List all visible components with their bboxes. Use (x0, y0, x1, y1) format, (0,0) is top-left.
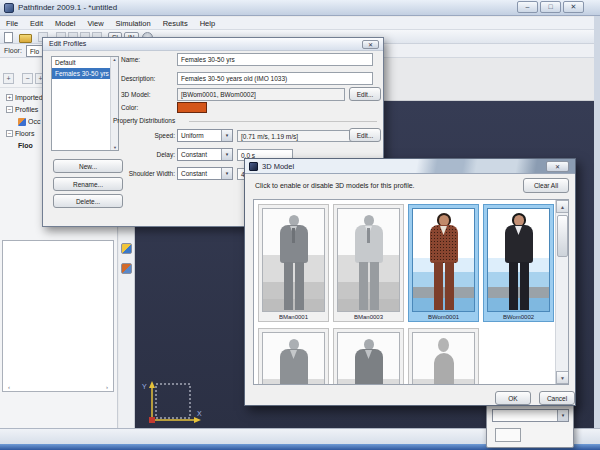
model-dialog: 3D Model ✕ Click to enable or disable 3D… (244, 158, 576, 406)
scroll-right-icon[interactable]: › (103, 384, 111, 390)
model-thumbnail (412, 208, 475, 312)
property-panel: ‹ › (2, 240, 114, 392)
model-edit-button[interactable]: Edit... (349, 87, 381, 101)
model-thumbnail (412, 332, 475, 385)
model-thumbnail (337, 332, 400, 385)
collapse-all-icon[interactable]: − (22, 73, 33, 84)
male-figure (266, 212, 322, 312)
close-icon[interactable]: ✕ (546, 161, 569, 172)
description-field[interactable]: Females 30-50 years old (IMO 1033) (177, 72, 373, 85)
color-swatch[interactable] (177, 102, 207, 113)
male-figure (341, 212, 397, 312)
name-field[interactable]: Females 30-50 yrs (177, 53, 373, 66)
scroll-down-icon[interactable]: ▼ (556, 371, 569, 384)
clear-all-button[interactable]: Clear All (523, 178, 569, 193)
x-axis-label: X (197, 410, 202, 417)
male-figure (266, 336, 322, 385)
occupant-icon (18, 118, 26, 126)
selection-rect (156, 384, 190, 418)
model-option-bwom0002[interactable]: BWom0002 (483, 204, 554, 322)
model-option-partial[interactable] (258, 328, 329, 385)
menu-simulation[interactable]: Simulation (110, 19, 157, 28)
model-field: [BWom0001, BWom0002] (177, 88, 345, 101)
color-label: Color: (121, 104, 138, 111)
model-grid: BMan0001 BMan0003 BWom0001 (253, 199, 569, 385)
title-bar: Pathfinder 2009.1 - *untitled – □ ✕ (0, 0, 600, 16)
mannequin-figure (416, 336, 472, 385)
pathfinder-main-window: Pathfinder 2009.1 - *untitled – □ ✕ File… (0, 0, 600, 450)
name-label: Name: (121, 56, 140, 63)
edit-profiles-title-bar: Edit Profiles ✕ (43, 38, 383, 51)
model-name: BWom0002 (487, 312, 550, 323)
shoulder-distribution-select[interactable]: Constant ▾ (177, 167, 233, 180)
tree-expander-icon[interactable]: + (6, 94, 13, 101)
model-thumbnail (262, 332, 325, 385)
tool-palette-icon-2[interactable] (121, 263, 132, 274)
minimize-icon[interactable]: – (517, 1, 538, 13)
cancel-button[interactable]: Cancel (539, 391, 575, 405)
fragment-field (495, 428, 521, 442)
axis-gizmo: X Y (139, 379, 205, 427)
scroll-up-icon[interactable]: ▲ (111, 57, 118, 62)
delay-distribution-select[interactable]: Constant ▾ (177, 148, 233, 161)
maximize-icon[interactable]: □ (540, 1, 561, 13)
model-option-partial[interactable] (408, 328, 479, 385)
scroll-down-icon[interactable]: ▼ (111, 145, 119, 150)
shoulder-width-label: Shoulder Width: (83, 170, 175, 177)
description-label: Description: (121, 75, 155, 82)
menu-bar: File Edit Model View Simulation Results … (0, 17, 600, 30)
menu-file[interactable]: File (0, 19, 24, 28)
close-icon[interactable]: ✕ (563, 1, 584, 13)
menu-results[interactable]: Results (157, 19, 194, 28)
model-thumbnail (487, 208, 550, 312)
female-figure (491, 212, 547, 312)
y-axis-label: Y (142, 383, 147, 390)
chevron-down-icon: ▾ (221, 149, 232, 160)
menu-help[interactable]: Help (194, 19, 221, 28)
scroll-left-icon[interactable]: ‹ (5, 384, 13, 390)
model-name: BMan0003 (337, 312, 400, 323)
scrollbar-thumb[interactable] (557, 215, 568, 257)
new-document-icon[interactable] (4, 32, 13, 43)
model-name: BMan0001 (262, 312, 325, 323)
model-thumbnail (337, 208, 400, 312)
model-option-partial[interactable] (333, 328, 404, 385)
menu-edit[interactable]: Edit (24, 19, 49, 28)
model-grid-scrollbar[interactable]: ▲ ▼ (555, 200, 568, 384)
distributions-header: Property Distributions (113, 117, 175, 124)
menu-view[interactable]: View (81, 19, 109, 28)
speed-distribution-select[interactable]: Uniform ▾ (177, 129, 233, 142)
menu-model[interactable]: Model (49, 19, 81, 28)
tree-expander-icon[interactable]: − (6, 130, 13, 137)
scroll-up-icon[interactable]: ▲ (556, 200, 569, 213)
group-divider (189, 121, 377, 122)
window-right-border (594, 16, 600, 450)
model-dialog-title-bar: 3D Model ✕ (245, 159, 575, 174)
delete-button[interactable]: Delete... (53, 194, 123, 208)
close-icon[interactable]: ✕ (362, 40, 379, 49)
tool-palette-icon-1[interactable] (121, 243, 132, 254)
chevron-down-icon: ▾ (221, 130, 232, 141)
fragment-combobox[interactable]: ▾ (492, 409, 569, 422)
model-option-bwom0001[interactable]: BWom0001 (408, 204, 479, 322)
speed-edit-button[interactable]: Edit... (349, 128, 381, 142)
female-figure (416, 212, 472, 312)
window-title: Pathfinder 2009.1 - *untitled (18, 3, 117, 12)
speed-label: Speed: (83, 132, 175, 139)
model-option-bman0001[interactable]: BMan0001 (258, 204, 329, 322)
open-folder-icon[interactable] (19, 34, 32, 43)
list-item-default[interactable]: Default (52, 57, 118, 68)
floor-label: Floor: (4, 47, 22, 54)
model-name: BWom0001 (412, 312, 475, 323)
list-item-females-30-50[interactable]: Females 30-50 yrs (52, 68, 118, 79)
rename-button[interactable]: Rename... (53, 177, 123, 191)
move-tool-icon[interactable]: + (3, 73, 14, 84)
model-option-bman0003[interactable]: BMan0003 (333, 204, 404, 322)
window-controls: – □ ✕ (515, 1, 584, 13)
tree-expander-icon[interactable]: − (6, 106, 13, 113)
dialog-title: 3D Model (262, 162, 294, 171)
ok-button[interactable]: OK (495, 391, 531, 405)
model-label: 3D Model: (121, 91, 151, 98)
male-figure (341, 336, 397, 385)
origin-marker (149, 417, 155, 423)
